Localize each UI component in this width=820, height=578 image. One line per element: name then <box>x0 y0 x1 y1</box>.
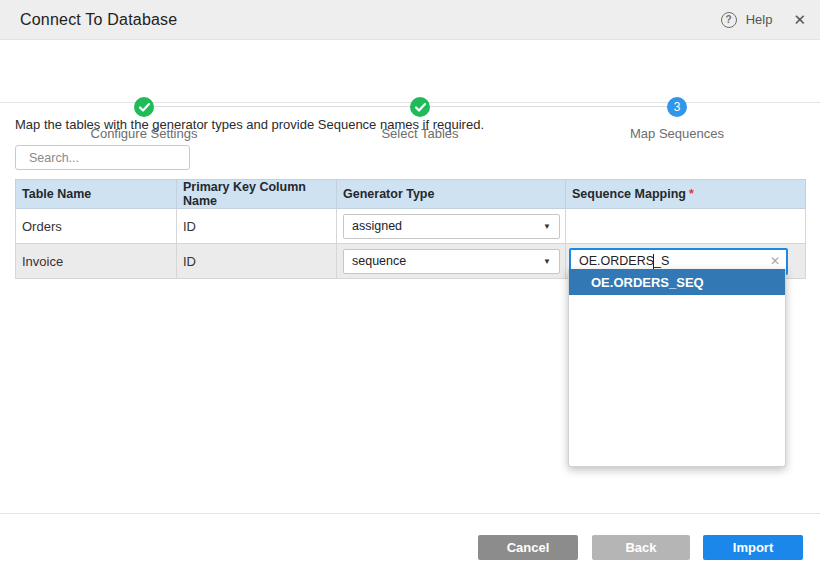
search-input[interactable] <box>29 151 190 165</box>
generator-type-value: sequence <box>352 254 406 268</box>
cell-table-name: Invoice <box>16 244 177 279</box>
text-caret <box>653 254 654 269</box>
clear-icon[interactable]: ✕ <box>770 254 780 268</box>
help-icon[interactable]: ? <box>721 12 737 28</box>
sequence-autocomplete-dropdown: OE.ORDERS_SEQ <box>568 269 786 467</box>
chevron-down-icon: ▼ <box>543 257 551 266</box>
step-number-badge: 3 <box>667 97 687 117</box>
column-header-generator-type: Generator Type <box>337 180 566 209</box>
step-complete-check-icon <box>410 97 430 117</box>
generator-type-select[interactable]: sequence ▼ <box>343 249 560 274</box>
column-header-primary-key: Primary Key Column Name <box>177 180 337 209</box>
step-complete-check-icon <box>134 97 154 117</box>
search-box <box>15 145 190 170</box>
import-button[interactable]: Import <box>703 535 803 560</box>
dialog-title: Connect To Database <box>20 11 177 29</box>
generator-type-select[interactable]: assigned ▼ <box>343 214 560 239</box>
required-marker: * <box>689 187 694 201</box>
cell-primary-key: ID <box>177 209 337 244</box>
step-map-sequences[interactable]: 3 Map Sequences <box>597 41 757 141</box>
connect-to-database-dialog: Connect To Database ? Help ✕ Configure S… <box>0 0 820 578</box>
sequence-mapping-table: Table Name Primary Key Column Name Gener… <box>15 179 806 279</box>
cancel-button[interactable]: Cancel <box>478 535 578 560</box>
table-header-row: Table Name Primary Key Column Name Gener… <box>16 180 806 209</box>
titlebar-actions: ? Help ✕ <box>721 12 806 28</box>
help-button[interactable]: Help <box>746 12 773 27</box>
cell-generator-type: sequence ▼ <box>337 244 566 279</box>
back-button[interactable]: Back <box>592 535 690 560</box>
page-description: Map the tables with the generator types … <box>15 117 484 132</box>
generator-type-value: assigned <box>352 219 402 233</box>
dialog-titlebar: Connect To Database ? Help ✕ <box>0 0 820 40</box>
autocomplete-option[interactable]: OE.ORDERS_SEQ <box>569 269 785 295</box>
footer-divider <box>0 513 820 514</box>
chevron-down-icon: ▼ <box>543 222 551 231</box>
close-icon[interactable]: ✕ <box>793 12 806 27</box>
column-header-sequence-mapping: Sequence Mapping* <box>566 180 806 209</box>
column-header-table-name: Table Name <box>16 180 177 209</box>
cell-sequence-mapping-empty[interactable] <box>566 209 806 244</box>
cell-table-name: Orders <box>16 209 177 244</box>
wizard-stepper: Configure Settings Select Tables 3 Map S… <box>0 41 820 103</box>
cell-generator-type: assigned ▼ <box>337 209 566 244</box>
step-label: Map Sequences <box>597 126 757 141</box>
table-row-orders: Orders ID assigned ▼ <box>16 209 806 244</box>
cell-primary-key: ID <box>177 244 337 279</box>
